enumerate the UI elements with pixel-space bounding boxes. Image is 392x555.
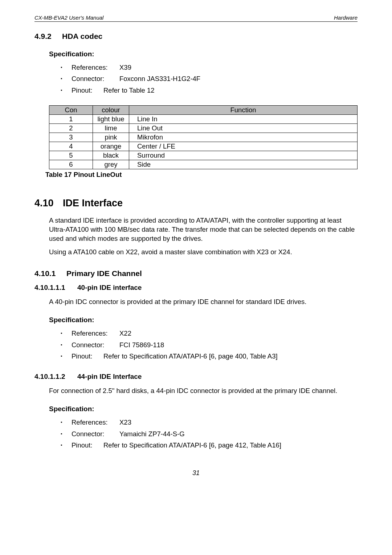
paragraph: A 40-pin IDC connector is provided at th…: [49, 297, 358, 307]
table-row: 5blackSurround: [49, 151, 358, 160]
col-function: Function: [129, 106, 358, 115]
spec-value: X39: [119, 64, 131, 71]
spec-item-references: References:X22: [61, 328, 358, 339]
spec-value: FCI 75869-118: [119, 341, 164, 349]
table-pinout-lineout: Con colour Function 1light blueLine In 2…: [49, 105, 358, 169]
table-row: 1light blueLine In: [49, 115, 358, 124]
spec-label: Pinout:: [72, 85, 103, 96]
header-right: Hardware: [334, 15, 358, 21]
spec-label: Connector:: [72, 339, 119, 351]
spec-value: Refer to Specification ATA/ATAPI-6 [6, p…: [103, 352, 278, 360]
paragraph: For connection of 2.5" hard disks, a 44-…: [49, 386, 358, 396]
col-colour: colour: [93, 106, 129, 115]
spec-value: X23: [119, 418, 131, 426]
spec-heading: Specification:: [49, 316, 358, 324]
page: CX-MB-EVA2 User's Manual Hardware 4.9.2H…: [0, 0, 392, 491]
paragraph: Using a ATA100 cable on X22, avoid a mas…: [49, 248, 358, 257]
heading-4-10-1-1-2: 4.10.1.1.244-pin IDE Interface: [34, 373, 358, 381]
heading-text: Primary IDE Channel: [66, 269, 142, 278]
table-row: 4orangeCenter / LFE: [49, 142, 358, 151]
cell-function: Line In: [129, 115, 358, 124]
spec-label: Pinout:: [72, 351, 103, 362]
spec-list: References:X22 Connector:FCI 75869-118 P…: [61, 328, 358, 362]
cell-colour: black: [93, 151, 129, 160]
cell-con: 5: [49, 151, 93, 160]
cell-con: 3: [49, 133, 93, 142]
spec-list: References:X23 Connector:Yamaichi ZP7-44…: [61, 417, 358, 451]
cell-colour: light blue: [93, 115, 129, 124]
spec-label: Pinout:: [72, 439, 103, 451]
cell-con: 6: [49, 160, 93, 169]
cell-function: Surround: [129, 151, 358, 160]
cell-con: 2: [49, 124, 93, 133]
spec-value: Refer to Specification ATA/ATAPI-6 [6, p…: [103, 441, 281, 449]
heading-number: 4.10.1.1.2: [34, 373, 77, 381]
spec-label: Connector:: [72, 73, 119, 84]
heading-text: 40-pin IDE interface: [77, 284, 142, 291]
heading-4-10: 4.10IDE Interface: [34, 198, 358, 209]
heading-number: 4.10.1.1.1: [34, 284, 77, 292]
spec-value: Refer to Table 12: [103, 86, 155, 94]
paragraph: A standard IDE interface is provided acc…: [49, 216, 358, 243]
cell-colour: orange: [93, 142, 129, 151]
spec-item-connector: Connector:Yamaichi ZP7-44-S-G: [61, 428, 358, 439]
spec-label: References:: [72, 62, 119, 73]
spec-heading: Specification:: [49, 50, 358, 58]
table-row: 6greySide: [49, 160, 358, 169]
cell-con: 4: [49, 142, 93, 151]
spec-item-pinout: Pinout:Refer to Specification ATA/ATAPI-…: [61, 351, 358, 362]
header-left: CX-MB-EVA2 User's Manual: [34, 15, 103, 21]
heading-number: 4.10: [34, 198, 63, 209]
heading-text: IDE Interface: [63, 198, 123, 208]
spec-value: X22: [119, 329, 131, 337]
cell-function: Center / LFE: [129, 142, 358, 151]
heading-4-9-2: 4.9.2HDA codec: [34, 32, 358, 41]
spec-item-connector: Connector:FCI 75869-118: [61, 339, 358, 351]
spec-label: References:: [72, 328, 119, 339]
spec-label: References:: [72, 417, 119, 428]
table-row: 3pinkMikrofon: [49, 133, 358, 142]
page-number: 31: [34, 469, 358, 477]
cell-function: Side: [129, 160, 358, 169]
heading-text: 44-pin IDE Interface: [77, 373, 142, 380]
spec-item-references: References:X23: [61, 417, 358, 428]
table-caption: Table 17 Pinout LineOut: [45, 171, 358, 179]
cell-function: Mikrofon: [129, 133, 358, 142]
heading-number: 4.9.2: [34, 32, 62, 41]
spec-item-connector: Connector:Foxconn JAS331-H1G2-4F: [61, 73, 358, 84]
table-row: 2limeLine Out: [49, 124, 358, 133]
table-header-row: Con colour Function: [49, 106, 358, 115]
heading-text: HDA codec: [62, 32, 102, 40]
heading-4-10-1-1-1: 4.10.1.1.140-pin IDE interface: [34, 284, 358, 292]
spec-item-references: References:X39: [61, 62, 358, 73]
cell-colour: lime: [93, 124, 129, 133]
cell-colour: grey: [93, 160, 129, 169]
cell-con: 1: [49, 115, 93, 124]
col-con: Con: [49, 106, 93, 115]
spec-item-pinout: Pinout:Refer to Specification ATA/ATAPI-…: [61, 439, 358, 451]
page-header: CX-MB-EVA2 User's Manual Hardware: [34, 15, 358, 22]
heading-number: 4.10.1: [34, 269, 66, 278]
spec-heading: Specification:: [49, 405, 358, 413]
spec-list: References:X39 Connector:Foxconn JAS331-…: [61, 62, 358, 96]
spec-label: Connector:: [72, 428, 119, 439]
spec-value: Foxconn JAS331-H1G2-4F: [119, 75, 200, 82]
spec-item-pinout: Pinout:Refer to Table 12: [61, 85, 358, 96]
cell-colour: pink: [93, 133, 129, 142]
cell-function: Line Out: [129, 124, 358, 133]
spec-value: Yamaichi ZP7-44-S-G: [119, 430, 185, 438]
heading-4-10-1: 4.10.1Primary IDE Channel: [34, 269, 358, 278]
